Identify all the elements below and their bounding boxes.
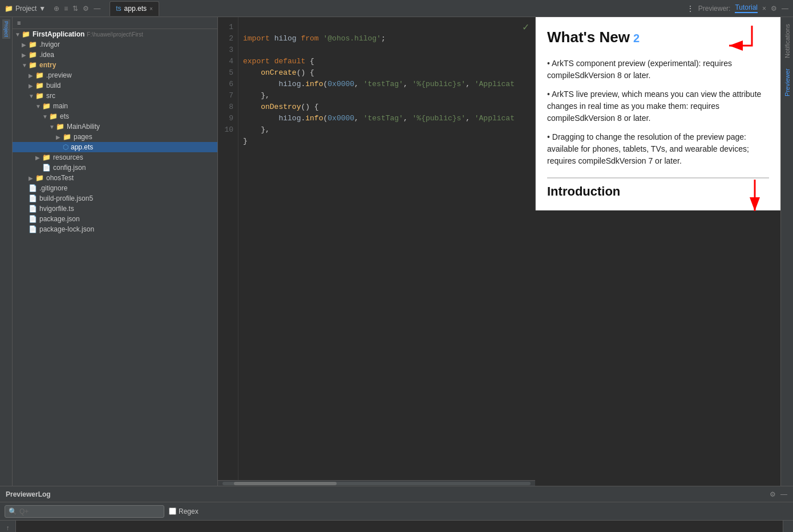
- tab-close-icon[interactable]: ×: [149, 6, 153, 12]
- tree-package-json[interactable]: ▶ 📄 package.json: [13, 214, 217, 224]
- list-icon[interactable]: ≡: [64, 5, 68, 13]
- project-label[interactable]: 📁 Project ▼: [5, 5, 46, 13]
- log-content-area: ↑ ↓ 📋 ≡ ≡+ 👤 🗑 Structure: [0, 521, 793, 532]
- previewer-log-actions: ⚙ —: [770, 490, 787, 498]
- bottom-section: PreviewerLog ⚙ — 🔍 Q+ Regex ↑ ↓ 📋 ≡ ≡+ 👤…: [0, 486, 793, 532]
- search-icon: 🔍: [9, 507, 17, 515]
- bullet-item-2: ArkTS live preview, which means you can …: [547, 86, 769, 129]
- editor-scrollbar[interactable]: [218, 480, 535, 486]
- project-panel-icon[interactable]: Project: [2, 19, 10, 39]
- main-ability-label: MainAbility: [67, 123, 100, 131]
- sort-icon[interactable]: ⇅: [72, 5, 78, 13]
- tree-idea[interactable]: ▶ 📁 .idea: [13, 50, 217, 60]
- project-title: Project: [15, 5, 37, 13]
- tree-hvigor[interactable]: ▶ 📁 .hvigor: [13, 39, 217, 50]
- previewer-label-text: Previewer:: [698, 5, 731, 13]
- left-panel-icons: Project: [0, 17, 13, 486]
- previewer-content[interactable]: What's New2 ArkTS component preview (exp…: [536, 17, 780, 210]
- app-ets-label: app.ets: [71, 143, 93, 151]
- entry-label: entry: [39, 61, 56, 69]
- bullet-item-1: ArkTS component preview (experimental): …: [547, 55, 769, 86]
- root-label: FirstApplication: [33, 30, 84, 38]
- previewer-log-header: PreviewerLog ⚙ —: [0, 486, 793, 502]
- preview-label: .preview: [46, 71, 72, 79]
- log-minimize-icon[interactable]: —: [780, 490, 787, 498]
- log-up-icon[interactable]: ↑: [5, 523, 11, 532]
- checkmark-icon: ✓: [522, 22, 529, 33]
- code-content[interactable]: import hilog from '@ohos.hilog'; export …: [238, 17, 535, 480]
- tutorial-close-icon[interactable]: ×: [762, 5, 766, 13]
- log-search-box[interactable]: 🔍 Q+: [5, 505, 164, 518]
- settings-icon[interactable]: ⚙: [83, 5, 89, 13]
- editor-content-area: 12345 678910 import hilog from '@ohos.hi…: [218, 17, 535, 480]
- whats-new-badge: 2: [633, 32, 640, 44]
- main-layout: Project ≡ ▼ 📁 FirstApplication F:\huawei…: [0, 17, 793, 486]
- tree-resources[interactable]: ▶ 📁 resources: [13, 152, 217, 163]
- code-editor[interactable]: 12345 678910 import hilog from '@ohos.hi…: [218, 17, 535, 486]
- package-json-label: package.json: [39, 215, 80, 223]
- tree-src[interactable]: ▼ 📁 src: [13, 91, 217, 101]
- tree-app-ets[interactable]: ▶ ⬡ app.ets: [13, 142, 217, 152]
- line-numbers: 12345 678910: [218, 17, 238, 480]
- tree-main-ability[interactable]: ▼ 📁 MainAbility: [13, 121, 217, 132]
- right-tabs: Notifications Previewer: [780, 17, 793, 486]
- log-text-area[interactable]: [16, 521, 783, 532]
- config-json-label: config.json: [53, 164, 86, 172]
- tree-build-profile[interactable]: ▶ 📄 build-profile.json5: [13, 193, 217, 204]
- tree-pages[interactable]: ▶ 📁 pages: [13, 132, 217, 142]
- pages-label: pages: [74, 133, 92, 141]
- project-icon: 📁: [5, 5, 13, 13]
- sidebar-collapse-icon[interactable]: ≡: [17, 19, 21, 26]
- ets-label: ets: [60, 112, 69, 120]
- scrollbar-thumb[interactable]: [234, 482, 337, 485]
- tree-preview[interactable]: ▶ 📁 .preview: [13, 70, 217, 80]
- minimize-icon[interactable]: —: [94, 5, 100, 13]
- tree-gitignore[interactable]: ▶ 📄 .gitignore: [13, 183, 217, 193]
- build-label: build: [46, 82, 60, 90]
- previewer-minimize-icon[interactable]: —: [782, 5, 788, 13]
- idea-label: .idea: [39, 51, 54, 59]
- file-type-icon: ts: [116, 5, 121, 13]
- scrollbar-track: [222, 482, 531, 485]
- previewer-panel: What's New2 ArkTS component preview (exp…: [535, 17, 780, 486]
- tree-package-lock[interactable]: ▶ 📄 package-lock.json: [13, 224, 217, 234]
- build-profile-label: build-profile.json5: [39, 194, 93, 202]
- tree-ohos-test[interactable]: ▶ 📁 ohosTest: [13, 173, 217, 183]
- editor-more-icon[interactable]: ⋮: [687, 5, 694, 13]
- right-tab-notifications[interactable]: Notifications: [783, 19, 792, 63]
- project-dropdown-icon[interactable]: ▼: [39, 5, 46, 13]
- search-placeholder: Q+: [19, 507, 29, 515]
- resources-label: resources: [53, 153, 83, 161]
- tree-hvigorfile[interactable]: ▶ 📄 hvigorfile.ts: [13, 204, 217, 214]
- right-tab-previewer[interactable]: Previewer: [783, 64, 792, 101]
- ohos-test-label: ohosTest: [46, 174, 74, 182]
- tree-build[interactable]: ▶ 📁 build: [13, 80, 217, 91]
- structure-label: Structure: [783, 521, 793, 532]
- previewer-settings-icon[interactable]: ⚙: [771, 5, 777, 13]
- new-file-icon[interactable]: ⊕: [54, 5, 59, 13]
- hvigorfile-label: hvigorfile.ts: [39, 205, 74, 213]
- bullet-list: ArkTS component preview (experimental): …: [547, 55, 769, 172]
- bullet-item-3: Dragging to change the resolution of the…: [547, 129, 769, 172]
- tree-entry[interactable]: ▼ 📁 entry: [13, 60, 217, 70]
- root-path: F:\huawei\project\First: [87, 31, 143, 38]
- tree-ets[interactable]: ▼ 📁 ets: [13, 111, 217, 121]
- gitignore-label: .gitignore: [39, 184, 67, 192]
- log-left-icons: ↑ ↓ 📋 ≡ ≡+ 👤 🗑: [0, 521, 16, 532]
- previewer-log-title: PreviewerLog: [6, 490, 51, 498]
- tab-app-ets[interactable]: ts app.ets ×: [110, 1, 159, 16]
- tree-root[interactable]: ▼ 📁 FirstApplication F:\huawei\project\F…: [13, 29, 217, 39]
- regex-checkbox[interactable]: [169, 507, 176, 515]
- src-label: src: [46, 92, 55, 100]
- previewer: What's New2 ArkTS component preview (exp…: [535, 17, 780, 210]
- tutorial-tab[interactable]: Tutorial: [735, 3, 758, 13]
- log-settings-icon[interactable]: ⚙: [770, 490, 776, 498]
- regex-label-text: Regex: [179, 507, 199, 515]
- sidebar-header: ≡: [13, 17, 217, 29]
- file-tree: ≡ ▼ 📁 FirstApplication F:\huawei\project…: [13, 17, 218, 486]
- tree-main[interactable]: ▼ 📁 main: [13, 101, 217, 111]
- regex-checkbox-label[interactable]: Regex: [169, 507, 199, 515]
- tree-config-json[interactable]: ▶ 📄 config.json: [13, 163, 217, 173]
- whats-new-title: What's New2: [547, 29, 769, 46]
- log-toolbar: 🔍 Q+ Regex: [0, 502, 793, 521]
